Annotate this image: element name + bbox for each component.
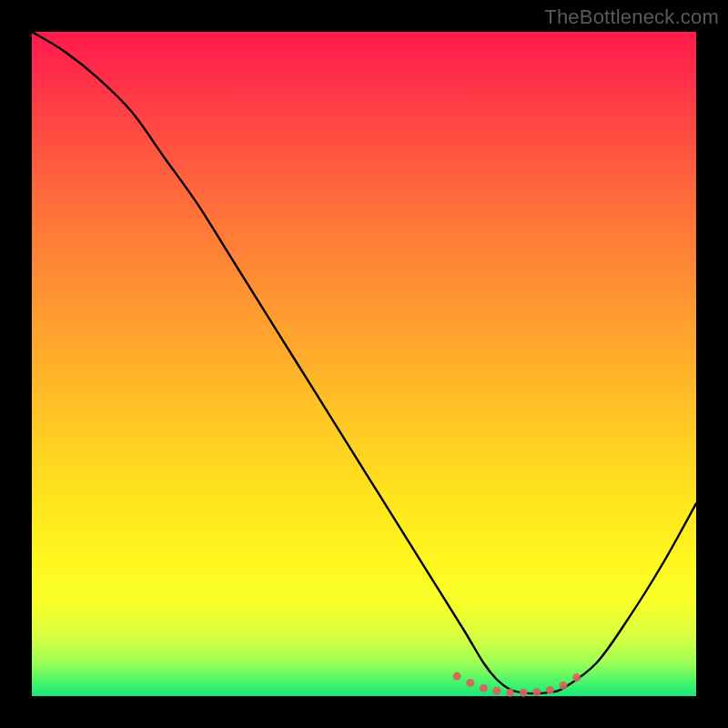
curve-marker [546,686,554,694]
curve-svg [32,32,696,696]
curve-marker [480,684,488,693]
curve-marker [532,688,541,696]
bottleneck-curve [32,32,696,693]
curve-marker [466,679,474,687]
marker-group [453,672,581,697]
curve-marker [560,682,568,690]
curve-marker [493,687,501,695]
plot-area [32,32,696,696]
curve-marker [453,672,461,681]
watermark-text: TheBottleneck.com [544,5,719,29]
curve-marker [572,673,581,682]
chart-frame: TheBottleneck.com [0,0,728,728]
curve-marker [506,689,514,697]
curve-marker [520,689,528,697]
